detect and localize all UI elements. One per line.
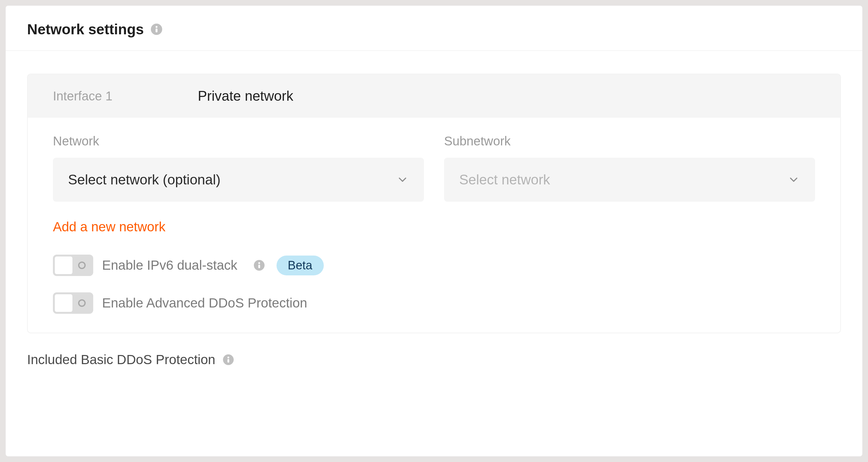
svg-point-7 — [227, 357, 229, 359]
svg-point-4 — [258, 262, 260, 264]
svg-rect-5 — [258, 265, 260, 268]
interface-card: Interface 1 Private network Network Sele… — [27, 74, 841, 333]
info-icon[interactable] — [151, 24, 162, 35]
ddos-toggle[interactable] — [53, 292, 93, 314]
subnetwork-select[interactable]: Select network — [444, 158, 815, 202]
interface-type-label: Private network — [198, 88, 293, 104]
ipv6-toggle[interactable] — [53, 255, 93, 276]
subnetwork-field-label: Subnetwork — [444, 134, 815, 148]
beta-badge: Beta — [277, 256, 324, 275]
interface-header: Interface 1 Private network — [28, 74, 840, 118]
network-field-label: Network — [53, 134, 424, 148]
info-icon[interactable] — [223, 354, 234, 365]
ipv6-toggle-label: Enable IPv6 dual-stack — [102, 258, 238, 273]
footer-text: Included Basic DDoS Protection — [27, 352, 215, 367]
interface-index-label: Interface 1 — [53, 89, 198, 103]
chevron-down-icon — [396, 173, 409, 186]
subnetwork-select-value: Select network — [459, 172, 550, 188]
svg-point-1 — [156, 26, 157, 28]
chevron-down-icon — [787, 173, 800, 186]
network-settings-panel: Network settings Interface 1 Private net… — [6, 6, 862, 456]
panel-title: Network settings — [27, 21, 144, 38]
info-icon[interactable] — [254, 260, 265, 271]
add-network-link[interactable]: Add a new network — [53, 219, 815, 234]
svg-rect-8 — [227, 359, 229, 363]
ddos-toggle-label: Enable Advanced DDoS Protection — [102, 296, 307, 310]
panel-header: Network settings — [6, 6, 862, 51]
network-select[interactable]: Select network (optional) — [53, 158, 424, 202]
svg-rect-2 — [156, 29, 157, 32]
footer: Included Basic DDoS Protection — [6, 333, 862, 367]
network-select-value: Select network (optional) — [68, 172, 220, 188]
